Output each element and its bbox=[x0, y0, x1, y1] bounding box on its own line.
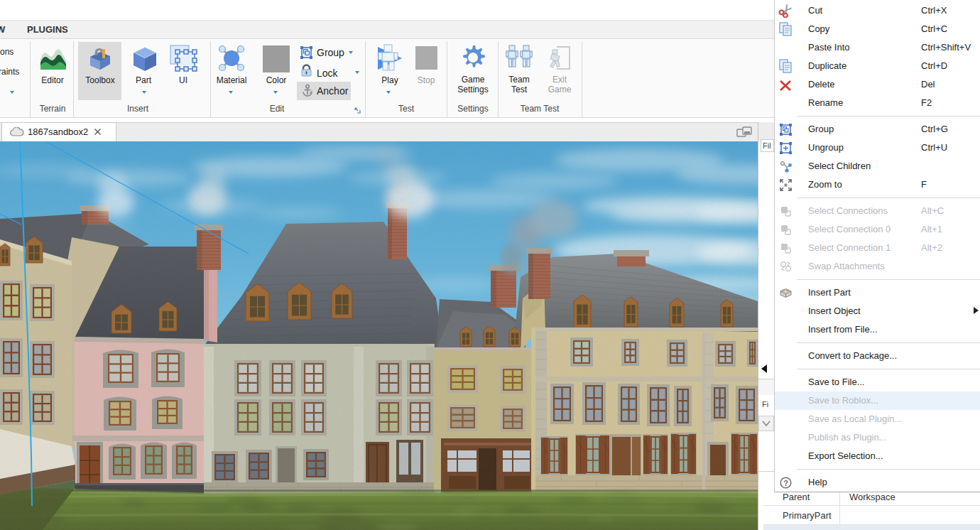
svg-text:?: ? bbox=[783, 479, 788, 487]
